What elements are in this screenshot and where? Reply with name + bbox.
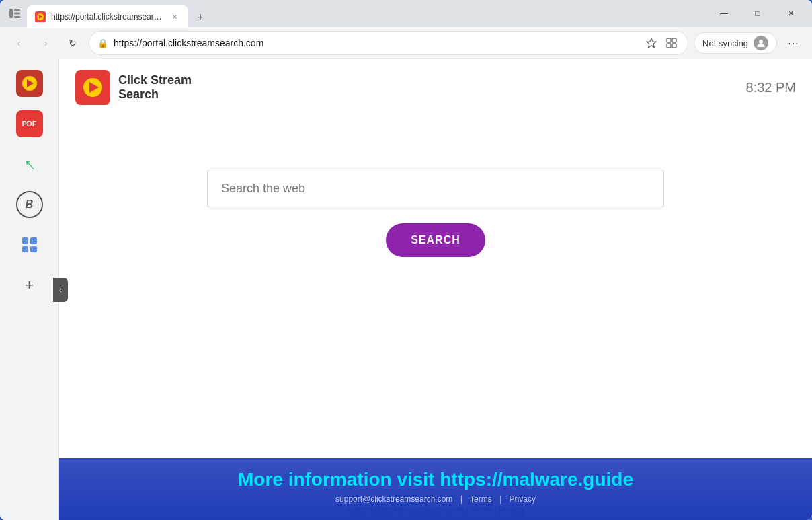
tabs-area: https://portal.clickstreamsearch... × + [27, 0, 706, 27]
sidebar-item-clickstream[interactable] [16, 70, 43, 97]
svg-rect-0 [9, 9, 13, 18]
svg-rect-6 [672, 38, 676, 42]
extension-sidebar: PDF ↑ B + [0, 59, 59, 520]
logo-icon [75, 70, 110, 105]
sidebar-item-pdf[interactable]: PDF [16, 110, 43, 137]
add-extension-button[interactable]: + [16, 272, 43, 299]
search-box[interactable] [207, 170, 664, 207]
sidebar-item-arrow[interactable]: ↑ [16, 151, 43, 178]
active-tab[interactable]: https://portal.clickstreamsearch... × [27, 5, 188, 28]
address-text: https://portal.clickstreamsearch.com [114, 38, 638, 48]
logo-text: Click Stream Search [118, 73, 192, 102]
logo-play-icon [89, 82, 99, 93]
logo-icon-inner [83, 78, 102, 97]
refresh-button[interactable]: ↻ [62, 32, 83, 54]
add-extension-icon: + [25, 276, 34, 294]
collections-icon[interactable] [663, 35, 680, 51]
close-button[interactable]: ✕ [776, 4, 807, 23]
not-syncing-button[interactable]: Not syncing [694, 32, 777, 54]
star-icon[interactable] [643, 35, 659, 51]
maximize-button[interactable]: □ [742, 4, 773, 23]
banner-privacy[interactable]: Privacy [510, 494, 536, 504]
logo-line2: Search [118, 87, 192, 102]
address-bar[interactable]: 🔒 https://portal.clickstreamsearch.com [89, 31, 688, 55]
title-bar-left [5, 4, 24, 23]
svg-rect-2 [14, 13, 20, 15]
navigation-bar: ‹ › ↻ 🔒 https://portal.clickstreamsearch… [0, 27, 812, 59]
not-syncing-label: Not syncing [702, 38, 748, 48]
forward-button[interactable]: › [35, 32, 56, 54]
main-area: PDF ↑ B + [0, 59, 812, 520]
lock-icon: 🔒 [97, 38, 108, 48]
tab-favicon [35, 11, 46, 22]
svg-point-9 [759, 40, 763, 44]
title-bar: https://portal.clickstreamsearch... × + … [0, 0, 812, 27]
new-tab-button[interactable]: + [191, 8, 210, 27]
banner-terms[interactable]: Terms [470, 494, 492, 504]
svg-rect-7 [667, 44, 671, 48]
sidebar-item-b[interactable]: B [16, 191, 43, 218]
banner-support[interactable]: support@clickstreamsearch.com [335, 494, 452, 504]
b-icon-label: B [26, 198, 34, 211]
sidebar-collapse-button[interactable]: ‹ [53, 278, 68, 302]
svg-marker-4 [647, 38, 656, 48]
search-input[interactable] [221, 182, 650, 196]
svg-rect-5 [667, 38, 671, 42]
logo-line1: Click Stream [118, 73, 192, 87]
banner-sep2: | [499, 494, 503, 504]
malware-banner: More information visit https://malware.g… [59, 458, 812, 520]
search-section: SEARCH [59, 116, 812, 500]
logo-area: Click Stream Search [75, 70, 192, 105]
page-content: Click Stream Search 8:32 PM SEARCH suppo… [59, 59, 812, 520]
sidebar-toggle[interactable] [5, 4, 24, 23]
malware-banner-text: More information visit https://malware.g… [73, 468, 799, 492]
collapse-icon: ‹ [59, 285, 62, 295]
page-header: Click Stream Search 8:32 PM [59, 59, 812, 116]
svg-rect-1 [14, 9, 20, 11]
malware-banner-sub: support@clickstreamsearch.com | Terms | … [73, 494, 799, 504]
tab-title: https://portal.clickstreamsearch... [51, 12, 164, 22]
svg-rect-8 [672, 44, 676, 48]
tab-close-button[interactable]: × [169, 11, 180, 22]
browser-window: https://portal.clickstreamsearch... × + … [0, 0, 812, 520]
minimize-button[interactable]: — [708, 4, 739, 23]
menu-button[interactable]: ⋯ [782, 32, 804, 54]
address-bar-icons [643, 35, 680, 51]
banner-sep1: | [460, 494, 464, 504]
time-display: 8:32 PM [746, 80, 796, 96]
sidebar-item-grid[interactable] [16, 231, 43, 258]
back-button[interactable]: ‹ [8, 32, 30, 54]
profile-avatar [754, 36, 768, 50]
svg-rect-3 [14, 16, 20, 18]
window-controls: — □ ✕ [708, 4, 807, 23]
search-button[interactable]: SEARCH [386, 223, 485, 257]
